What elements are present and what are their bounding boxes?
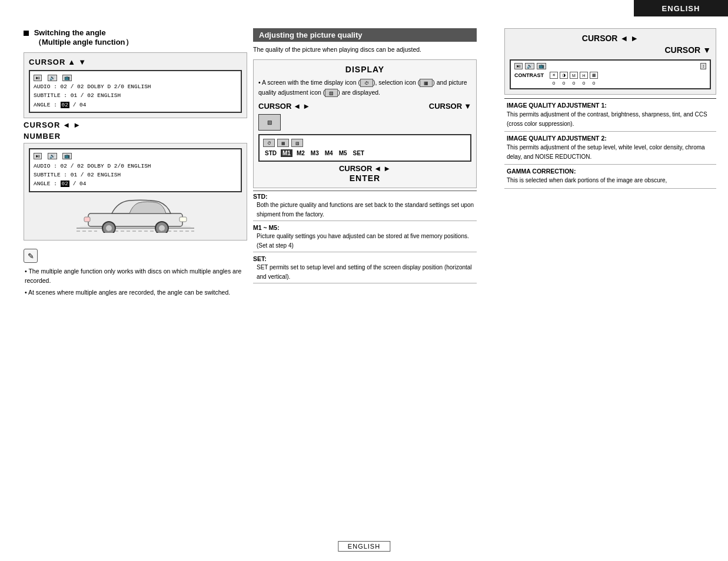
cursor-enter-section: CURSOR ◄ ► ENTER <box>258 164 471 183</box>
mode-icon-1: ⏱ <box>263 139 275 147</box>
right-cursor-lr: CURSOR ◄ ► <box>510 34 711 43</box>
mid-title: Adjusting the picture quality <box>253 28 477 42</box>
right-osd-icon-4: ↕ <box>700 63 706 69</box>
right-osd-box: ⏯ 🔊 📺 ↕ CONTRAST ☀ ◑ M H ▦ 0 0 0 0 <box>510 59 711 89</box>
osd-val-4: 0 <box>580 81 588 86</box>
mode-m4: M4 <box>323 149 335 157</box>
term-std: STD: Both the picture quality and functi… <box>253 191 477 221</box>
osd-val-2: 0 <box>560 81 568 86</box>
mid-cursor-label-2: CURSOR <box>339 164 372 173</box>
osd2-icon-row: ⏯ 🔊 📺 <box>34 152 237 161</box>
right-osd-top-icons: ⏯ 🔊 📺 ↕ <box>514 63 706 69</box>
car-image <box>71 195 200 233</box>
right-row-2: IMAGE QUALITY ADJUSTMENT 2: This permits… <box>504 132 716 165</box>
time-icon: ⏱ <box>360 79 373 87</box>
right-osd-values: 0 0 0 0 0 <box>514 81 706 86</box>
select-icon: ▦ <box>420 79 433 87</box>
term-std-body: Both the picture quality and functions a… <box>253 201 477 219</box>
right-osd-icon-2: 🔊 <box>525 63 534 69</box>
mid-mode-screen: ⏱ ▦ ▧ STD M1 M2 M3 M4 M5 SET <box>258 134 471 162</box>
mid-cursor-row-1: CURSOR ◄ ► CURSOR ▼ <box>258 102 471 111</box>
cursor-lr-number-row: CURSOR <box>24 121 247 129</box>
right-row-1-body: This permits adjustment of the contrast,… <box>507 110 714 128</box>
display-box: DISPLAY • A screen with the time display… <box>253 59 477 189</box>
osd-line-1: ⏯ 🔊 📺 <box>34 74 237 82</box>
osd2-highlight-angle: 02 <box>61 181 69 187</box>
osd2-icon-3: 📺 <box>62 153 72 159</box>
left-bottom-box: ⏯ 🔊 📺 AUDIO : 02 / 02 DOLBY D 2/0 ENGLIS… <box>24 143 247 241</box>
note-1: • The multiple angle function only works… <box>25 266 247 286</box>
osd-line-3: SUBTITLE : 01 / 02 ENGLISH <box>34 91 237 100</box>
right-row-2-title: IMAGE QUALITY ADJUSTMENT 2: <box>507 135 714 142</box>
osd2-line-2: SUBTITLE : 01 / 02 ENGLISH <box>34 171 237 179</box>
header-bar: ENGLISH <box>634 0 728 16</box>
mode-buttons-row: STD M1 M2 M3 M4 M5 SET <box>263 149 467 157</box>
term-std-title: STD: <box>253 193 477 200</box>
svg-rect-8 <box>84 217 90 222</box>
svg-point-6 <box>159 225 165 231</box>
right-row-3: GAMMA CORRECTION: This is selected when … <box>504 165 716 189</box>
header-label: ENGLISH <box>662 4 700 13</box>
right-top-box: CURSOR ◄ ► CURSOR ▼ ⏯ 🔊 📺 ↕ CONTRAST ☀ ◑… <box>504 28 716 95</box>
bar-icon-extra: ▦ <box>590 72 598 79</box>
mid-tri-right-2: ► <box>383 164 391 173</box>
mid-tri-left-2: ◄ <box>374 164 381 173</box>
note-2: • At scenes where multiple angles are re… <box>25 288 247 297</box>
cursor-label-1: CURSOR <box>29 58 65 66</box>
osd-line-4: ANGLE : 02 / 04 <box>34 101 237 109</box>
left-section: Switching the angle（Multiple angle funct… <box>24 28 247 299</box>
osd-line-2: AUDIO : 02 / 02 DOLBY D 2/0 ENGLISH <box>34 82 237 91</box>
osd-icon-2: 🔊 <box>48 75 57 81</box>
term-m1m5-body: Picture quality settings you have adjust… <box>253 232 477 250</box>
right-osd-icon-3: 📺 <box>537 63 546 69</box>
mid-tri-right: ► <box>302 102 310 111</box>
mid-intro: The quality of the picture when playing … <box>253 45 477 55</box>
mid-section: Adjusting the picture quality The qualit… <box>253 28 477 285</box>
mid-mode-icons: ⏱ ▦ ▧ <box>263 139 467 147</box>
terms-section: STD: Both the picture quality and functi… <box>253 191 477 283</box>
osd-val-3: 0 <box>570 81 578 86</box>
bar-icon-h: H <box>580 72 588 79</box>
mode-icon-2: ▦ <box>277 139 289 147</box>
svg-point-4 <box>106 225 112 231</box>
mode-set: SET <box>351 149 366 157</box>
right-osd-bar-icons: ☀ ◑ M H ▦ <box>550 72 598 79</box>
term-m1m5: M1 ~ M5: Picture quality settings you ha… <box>253 222 477 252</box>
right-cursor-down: CURSOR ▼ <box>510 45 711 55</box>
osd-box-1: ⏯ 🔊 📺 AUDIO : 02 / 02 DOLBY D 2/0 ENGLIS… <box>29 70 242 113</box>
mid-tri-left: ◄ <box>293 102 301 111</box>
term-set-body: SET permits set to setup level and setti… <box>253 263 477 281</box>
bar-icon-sun: ☀ <box>550 72 558 79</box>
right-row-3-title: GAMMA CORRECTION: <box>507 168 714 175</box>
term-m1m5-title: M1 ~ M5: <box>253 224 477 231</box>
osd2-line-1: AUDIO : 02 / 02 DOLBY D 2/0 ENGLISH <box>34 162 237 171</box>
mid-osd-area: ▧ <box>258 114 471 131</box>
triangle-right-icon <box>73 121 81 129</box>
mid-cursor-down-1: CURSOR ▼ <box>429 102 471 111</box>
right-row-1: IMAGE QUALITY ADJUSTMENT 1: This permits… <box>504 99 716 132</box>
osd-icon-3: 📺 <box>62 75 72 81</box>
mode-icon-3: ▧ <box>291 139 303 147</box>
bar-icon-sharp: M <box>570 72 578 79</box>
note-text: • The multiple angle function only works… <box>25 266 247 298</box>
right-osd-contrast-label: CONTRAST <box>514 72 546 78</box>
term-set-title: SET: <box>253 255 477 262</box>
osd-val-5: 0 <box>590 81 598 86</box>
mode-m1: M1 <box>281 149 292 157</box>
right-info-table: IMAGE QUALITY ADJUSTMENT 1: This permits… <box>504 98 716 189</box>
number-label: NUMBER <box>24 132 247 141</box>
osd-icon-row: ⏯ <box>34 75 42 81</box>
triangle-down-icon <box>78 58 87 66</box>
mid-small-icon: ▧ <box>258 114 281 131</box>
mid-cursor-lr: CURSOR ◄ ► <box>258 102 310 111</box>
osd2-icon-2: 🔊 <box>48 153 57 159</box>
mode-std: STD <box>263 149 278 157</box>
note-section: ✎ • The multiple angle function only wor… <box>24 249 247 298</box>
svg-rect-7 <box>179 217 187 222</box>
osd2-icon-1: ⏯ <box>34 153 42 159</box>
mid-tri-down-1: ▼ <box>464 102 471 111</box>
left-top-box: CURSOR ⏯ 🔊 📺 AUDIO : 02 / 02 DOLBY D 2/0… <box>24 52 247 118</box>
enter-label: ENTER <box>258 173 471 183</box>
mode-m5: M5 <box>337 149 349 157</box>
triangle-up-icon <box>68 58 76 66</box>
